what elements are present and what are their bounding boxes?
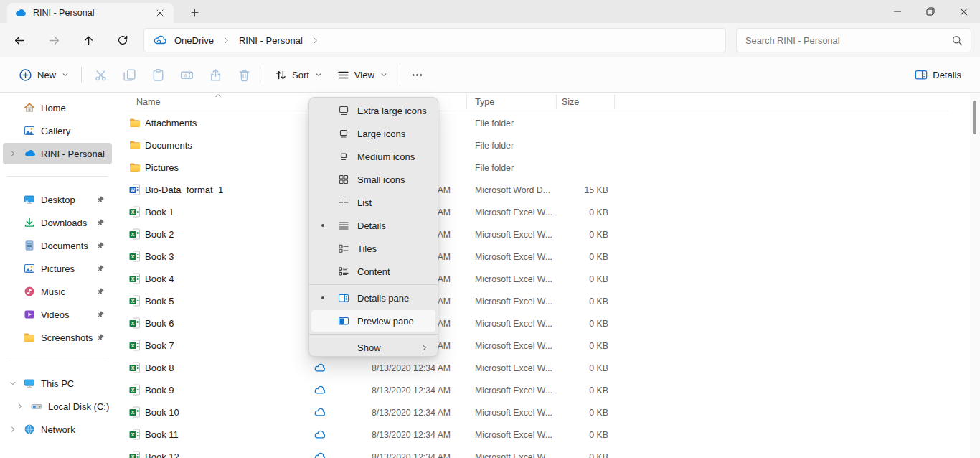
navigation-bar: OneDrive RINI - Personal Search RINI - P… — [0, 23, 980, 57]
menu-item-preview-pane[interactable]: Preview pane — [309, 309, 438, 332]
column-header-name[interactable]: Name — [136, 97, 160, 107]
sidebar-item-screenshots[interactable]: Screenshots — [3, 327, 112, 348]
search-input[interactable]: Search RINI - Personal — [736, 28, 971, 52]
sidebar-item-home[interactable]: Home — [3, 97, 112, 118]
sidebar-item-music[interactable]: Music — [3, 281, 112, 302]
cut-button[interactable] — [86, 62, 115, 88]
breadcrumb-current[interactable]: RINI - Personal — [236, 34, 306, 47]
details-pane-toggle-button[interactable]: Details — [908, 62, 969, 88]
more-options-button[interactable] — [405, 62, 430, 88]
pictures-icon — [24, 263, 35, 274]
file-date: 8/13/2020 12:34 AM — [372, 408, 451, 418]
menu-item-list[interactable]: List — [309, 191, 438, 214]
sidebar-item-documents[interactable]: Documents — [3, 235, 112, 256]
menu-item-large-icons[interactable]: Large icons — [309, 122, 438, 145]
sidebar-item-local-disk-c[interactable]: Local Disk (C:) — [3, 396, 112, 417]
onedrive-sync-icon — [153, 34, 166, 47]
new-button[interactable]: New — [11, 62, 77, 88]
pin-icon — [96, 218, 105, 227]
up-button[interactable] — [77, 29, 100, 52]
vertical-scrollbar[interactable] — [970, 93, 980, 458]
chevron-right-icon[interactable] — [311, 37, 319, 45]
menu-item-show[interactable]: Show — [309, 336, 438, 359]
copy-button[interactable] — [115, 62, 143, 88]
menu-item-medium-icons[interactable]: Medium icons — [309, 145, 438, 168]
file-name: Book 5 — [145, 296, 174, 307]
file-size: 0 KB — [524, 230, 608, 240]
column-divider[interactable] — [614, 95, 615, 109]
list-view-icon — [338, 197, 349, 208]
column-header-type[interactable]: Type — [475, 97, 494, 107]
sidebar-divider — [7, 176, 108, 177]
sidebar-item-network[interactable]: Network — [3, 419, 112, 440]
forward-button[interactable] — [42, 29, 65, 52]
menu-item-tiles[interactable]: Tiles — [309, 237, 438, 260]
scrollbar-thumb[interactable] — [973, 101, 976, 134]
chevron-right-icon[interactable] — [222, 37, 230, 45]
excel-file-icon — [129, 295, 141, 307]
plus-icon — [190, 8, 199, 17]
share-button[interactable] — [201, 62, 230, 88]
menu-item-content[interactable]: Content — [309, 260, 438, 283]
sidebar-item-desktop[interactable]: Desktop — [3, 189, 112, 210]
column-header-size[interactable]: Size — [562, 97, 579, 107]
file-row[interactable]: Book 10 8/13/2020 12:34 AM Microsoft Exc… — [122, 401, 624, 424]
minimize-button[interactable] — [881, 0, 914, 23]
sidebar-item-gallery[interactable]: Gallery — [3, 120, 112, 141]
pin-icon — [96, 333, 105, 342]
sort-button[interactable]: Sort — [268, 62, 330, 88]
desktop-icon — [24, 194, 35, 205]
column-divider[interactable] — [556, 95, 557, 109]
file-row[interactable]: Book 12 8/13/2020 12:34 AM Microsoft Exc… — [122, 446, 624, 458]
chevron-down-icon[interactable] — [9, 380, 17, 387]
column-divider[interactable] — [466, 95, 467, 109]
drive-icon — [31, 401, 42, 412]
maximize-button[interactable] — [914, 0, 947, 23]
sidebar-item-label: Documents — [41, 240, 88, 251]
sidebar-item-videos[interactable]: Videos — [3, 304, 112, 325]
view-button[interactable]: View — [330, 62, 395, 88]
chevron-right-icon[interactable] — [9, 150, 17, 157]
this-pc-icon — [24, 378, 35, 389]
menu-item-details[interactable]: Details — [309, 214, 438, 237]
network-icon — [24, 424, 35, 435]
menu-item-extra-large-icons[interactable]: Extra large icons — [309, 99, 438, 122]
file-size: 0 KB — [524, 452, 608, 458]
file-type: File folder — [475, 163, 514, 173]
file-name: Book 8 — [145, 363, 174, 373]
back-button[interactable] — [8, 29, 31, 52]
cloud-status-icon — [314, 407, 325, 419]
address-bar[interactable]: OneDrive RINI - Personal — [143, 28, 726, 52]
file-size: 0 KB — [524, 341, 608, 351]
new-tab-button[interactable] — [187, 4, 202, 20]
sidebar-item-downloads[interactable]: Downloads — [3, 212, 112, 233]
paste-button[interactable] — [143, 62, 172, 88]
trash-icon — [237, 68, 251, 82]
refresh-icon — [117, 34, 128, 46]
pin-icon — [96, 264, 105, 273]
chevron-right-icon[interactable] — [17, 403, 24, 410]
breadcrumb-onedrive[interactable]: OneDrive — [171, 34, 217, 47]
sidebar-item-pictures[interactable]: Pictures — [3, 258, 112, 279]
menu-item-small-icons[interactable]: Small icons — [309, 168, 438, 191]
sidebar-item-this-pc[interactable]: This PC — [3, 373, 112, 394]
details-label: Details — [933, 70, 961, 80]
chevron-right-icon[interactable] — [9, 426, 17, 433]
preview-pane-icon — [338, 315, 349, 327]
file-row[interactable]: Book 11 8/13/2020 12:34 AM Microsoft Exc… — [122, 424, 624, 446]
refresh-button[interactable] — [111, 29, 134, 52]
rename-icon — [180, 68, 194, 82]
menu-item-details-pane[interactable]: Details pane — [309, 286, 438, 309]
close-button[interactable] — [947, 0, 980, 23]
videos-icon — [24, 309, 35, 320]
delete-button[interactable] — [230, 62, 258, 88]
rename-button[interactable] — [172, 62, 201, 88]
sidebar-item-onedrive[interactable]: RINI - Personal — [3, 143, 112, 164]
details-view-icon — [338, 220, 349, 231]
file-row[interactable]: Book 8 8/13/2020 12:34 AM Microsoft Exce… — [122, 357, 624, 379]
pin-icon — [96, 195, 105, 204]
file-row[interactable]: Book 9 8/13/2020 12:34 AM Microsoft Exce… — [122, 379, 624, 401]
tab-close-icon[interactable] — [154, 6, 166, 19]
explorer-tab[interactable]: RINI - Personal — [7, 3, 174, 23]
documents-icon — [24, 240, 35, 251]
